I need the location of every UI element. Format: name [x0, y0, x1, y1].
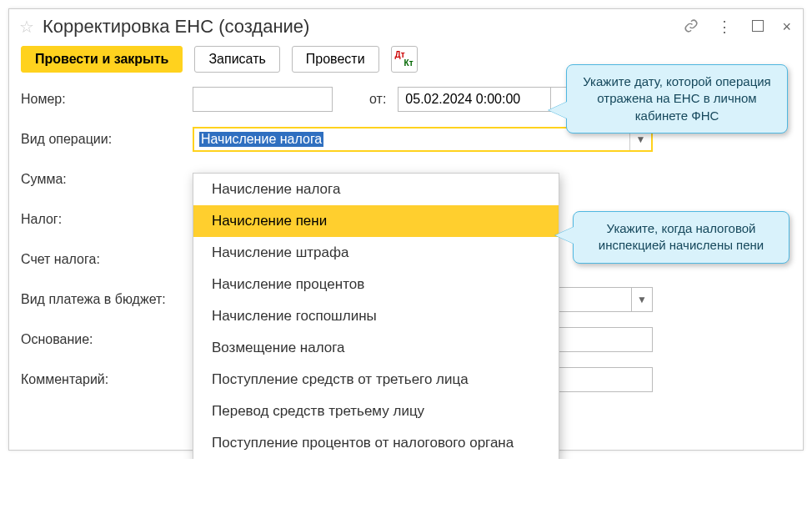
- pay-kind-chevron-down-icon[interactable]: ▼: [631, 287, 653, 312]
- callout-op-type-hint: Укажите, когда налоговой инспекцией начи…: [573, 211, 789, 264]
- more-menu-icon[interactable]: ⋮: [717, 19, 734, 34]
- op-type-option[interactable]: Возмещение налога: [193, 332, 559, 364]
- op-type-value: Начисление налога: [194, 128, 629, 150]
- save-button[interactable]: Записать: [194, 46, 279, 73]
- window-title: Корректировка ЕНС (создание): [43, 16, 309, 38]
- label-op-type: Вид операции:: [21, 132, 193, 147]
- date-input[interactable]: [398, 87, 551, 112]
- callout-date-hint: Укажите дату, которой операция отражена …: [566, 64, 788, 134]
- label-date-from: от:: [369, 92, 386, 107]
- op-type-option[interactable]: Перевод средств третьему лицу: [193, 396, 559, 427]
- op-type-option[interactable]: Начисление штрафа: [193, 237, 559, 269]
- op-type-option[interactable]: Начисление налога: [193, 174, 559, 205]
- close-icon[interactable]: ×: [782, 19, 791, 34]
- link-icon[interactable]: [684, 18, 699, 36]
- label-number: Номер:: [21, 92, 193, 107]
- window: ☆ Корректировка ЕНС (создание) ⋮ × Прове…: [8, 8, 804, 451]
- maximize-icon[interactable]: [752, 19, 764, 34]
- op-type-option[interactable]: Начисление госпошлины: [193, 300, 559, 332]
- op-type-dropdown: Начисление налогаНачисление пениНачислен…: [193, 173, 559, 459]
- label-pay-kind: Вид платежа в бюджет:: [21, 292, 193, 307]
- post-button[interactable]: Провести: [292, 46, 379, 73]
- op-type-option[interactable]: Начисление процентов: [193, 269, 559, 300]
- kt-label: Кт: [404, 59, 414, 68]
- op-type-option[interactable]: Поступление средств от третьего лица: [193, 364, 559, 396]
- title-actions: ⋮ ×: [684, 18, 791, 36]
- op-type-option[interactable]: Поступление процентов от налогового орга…: [193, 427, 559, 459]
- callout-tail-icon: [549, 102, 567, 118]
- post-and-close-button[interactable]: Провести и закрыть: [21, 46, 183, 73]
- callout-tail-icon: [555, 227, 574, 244]
- label-tax: Налог:: [21, 212, 193, 227]
- dtkt-button[interactable]: Дт Кт: [391, 46, 418, 73]
- label-comment: Комментарий:: [21, 372, 193, 387]
- favorite-star-icon[interactable]: ☆: [19, 18, 34, 35]
- titlebar: ☆ Корректировка ЕНС (создание) ⋮ ×: [9, 9, 803, 46]
- number-input[interactable]: [193, 87, 333, 112]
- label-sum: Сумма:: [21, 172, 193, 187]
- label-tax-account: Счет налога:: [21, 252, 193, 267]
- label-basis: Основание:: [21, 332, 193, 347]
- dt-label: Дт: [395, 51, 405, 59]
- op-type-option[interactable]: Начисление пени: [193, 205, 559, 237]
